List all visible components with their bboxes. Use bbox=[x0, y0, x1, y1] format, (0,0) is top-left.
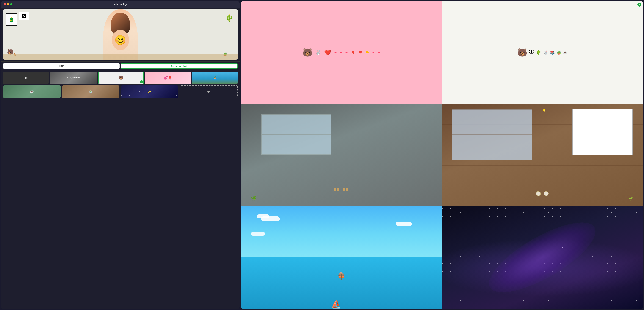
small-heart-5: ❤ bbox=[378, 51, 380, 54]
thumb-pink-icon: 💕🎈 bbox=[164, 76, 172, 80]
tab-filter[interactable]: Filter bbox=[3, 63, 120, 69]
thumb-bear-room[interactable]: 🐻 ✓ bbox=[98, 72, 144, 84]
add-icon: + bbox=[207, 89, 210, 94]
title-bar: Video settings bbox=[1, 1, 240, 7]
checkmark-icon: ✓ bbox=[141, 81, 142, 83]
selected-check: ✓ bbox=[638, 2, 642, 6]
bunny-heart: 🐰 bbox=[316, 50, 321, 55]
video-settings-panel: Video settings 🎄 🖼 🐻 🌵 🪴 🪑 😊 bbox=[1, 1, 240, 309]
thumb-tropical-icon: 🏝️ bbox=[213, 76, 217, 80]
balloon-2: 🎈 bbox=[358, 50, 362, 55]
star-3 bbox=[482, 268, 482, 268]
thumb-none-label: None bbox=[24, 77, 28, 79]
room-mug: ☕ bbox=[563, 51, 567, 54]
thumb-space[interactable]: ✨ bbox=[121, 85, 178, 98]
grid-pink-content: 🐻 🐰 ❤️ ❤ ❤ ❤ 🎈 🎈 🐤 ❤ ❤ bbox=[241, 1, 442, 104]
room-contents: 🐻 🖼 🌵 🐰 📚 🪴 ☕ bbox=[514, 45, 570, 60]
window-pane-2 bbox=[296, 115, 330, 135]
hanging-lamp: 💡 bbox=[542, 109, 546, 113]
chair-3 bbox=[343, 188, 345, 191]
brick-line-3 bbox=[442, 165, 643, 165]
grid-brick-cafe-content: 💡 🌱 bbox=[442, 104, 643, 206]
tab-background-effects[interactable]: Background effects bbox=[121, 63, 238, 69]
grid-item-brick-cafe[interactable]: 💡 🌱 bbox=[442, 104, 643, 206]
grid-item-milkyway[interactable] bbox=[442, 206, 643, 309]
room-cactus: 🌵 bbox=[536, 50, 542, 55]
tabs-container: Filter Background effects bbox=[1, 61, 240, 70]
cloud-2 bbox=[257, 214, 270, 218]
floor bbox=[3, 54, 238, 60]
thumb-bear-icon: 🐻 bbox=[119, 76, 123, 80]
thumb-none[interactable]: None bbox=[3, 72, 49, 84]
brick-window-p2 bbox=[492, 110, 532, 134]
grid-cafe-gray-content: 🌿 bbox=[241, 104, 442, 206]
person-silhouette: 😊 bbox=[103, 9, 138, 60]
person-area: 😊 bbox=[3, 9, 238, 60]
big-heart: ❤️ bbox=[324, 49, 331, 56]
brick-plant: 🌱 bbox=[628, 197, 633, 201]
table-group-1 bbox=[334, 187, 340, 191]
room-bear-main: 🐻 bbox=[518, 48, 527, 57]
video-preview-inner: 🎄 🖼 🐻 🌵 🪴 🪑 😊 bbox=[3, 9, 238, 60]
small-heart-3: ❤ bbox=[345, 51, 348, 54]
bear-heart: 🐻 bbox=[302, 48, 312, 57]
table-top-1 bbox=[334, 187, 340, 187]
thumb-blur-label: Background blur bbox=[67, 77, 80, 79]
thumb-cafe1[interactable]: ☕ bbox=[3, 85, 61, 98]
thumb-tropical[interactable]: 🏝️ bbox=[192, 72, 238, 84]
balloon-1: 🎈 bbox=[351, 50, 355, 55]
grid-item-cafe-gray[interactable]: 🌿 bbox=[241, 104, 442, 206]
small-heart-2: ❤ bbox=[340, 51, 342, 54]
tropical-water bbox=[241, 257, 442, 309]
video-preview: 🎄 🖼 🐻 🌵 🪴 🪑 😊 bbox=[3, 9, 238, 60]
brick-tables bbox=[536, 191, 548, 196]
room-shelf: 📚 bbox=[550, 50, 555, 55]
brick-window-p4 bbox=[492, 135, 532, 159]
thumb-add[interactable]: + bbox=[180, 85, 238, 98]
round-table-1 bbox=[536, 191, 541, 196]
brick-window-p1 bbox=[452, 110, 492, 134]
small-heart-4: ❤ bbox=[372, 51, 374, 54]
brick-window bbox=[452, 109, 532, 160]
maximize-button[interactable] bbox=[10, 3, 12, 5]
background-grid: 🐻 🐰 ❤️ ❤ ❤ ❤ 🎈 🎈 🐤 ❤ ❤ 🐻 🖼 🌵 🐰 📚 bbox=[241, 1, 643, 309]
duck: 🐤 bbox=[366, 51, 369, 54]
traffic-lights bbox=[4, 3, 12, 5]
chair-1 bbox=[334, 188, 336, 191]
thumb-background-blur[interactable]: Background blur bbox=[50, 72, 97, 84]
chair-4 bbox=[346, 188, 348, 191]
thumbnails-row-1: None Background blur 🐻 ✓ 💕🎈 🏝️ bbox=[3, 72, 238, 84]
star-5 bbox=[582, 278, 583, 279]
dock-post bbox=[341, 274, 342, 280]
brick-line-4 bbox=[442, 186, 643, 186]
wall-canvas bbox=[572, 109, 633, 155]
chair-2 bbox=[337, 188, 339, 191]
sailboat: ⛵ bbox=[331, 300, 341, 309]
grid-milkyway-content bbox=[442, 206, 643, 309]
window-pane-1 bbox=[262, 115, 296, 135]
table-group-2 bbox=[342, 187, 349, 191]
star-1 bbox=[502, 227, 502, 227]
thumb-cafe2-icon: 🍵 bbox=[89, 90, 92, 94]
minimize-button[interactable] bbox=[7, 3, 9, 5]
thumb-cafe1-icon: ☕ bbox=[30, 90, 34, 94]
window-title: Video settings bbox=[4, 3, 237, 6]
room-plant: 🪴 bbox=[556, 50, 561, 55]
cafe-plant: 🌿 bbox=[251, 196, 256, 201]
thumb-cafe2[interactable]: 🍵 bbox=[62, 85, 120, 98]
window-pane-3 bbox=[262, 135, 296, 154]
star-6 bbox=[542, 222, 542, 222]
room-frame: 🖼 bbox=[529, 50, 534, 55]
window-pane-4 bbox=[296, 135, 330, 154]
thumbnails-row-2: ☕ 🍵 ✨ + bbox=[3, 85, 238, 98]
grid-item-bear-room[interactable]: 🐻 🖼 🌵 🐰 📚 🪴 ☕ ✓ bbox=[442, 1, 643, 104]
close-button[interactable] bbox=[4, 3, 6, 5]
table-top-2 bbox=[342, 187, 349, 187]
thumb-pink[interactable]: 💕🎈 bbox=[145, 72, 191, 84]
face: 😊 bbox=[112, 30, 129, 50]
chairs-1 bbox=[334, 188, 339, 191]
grid-item-pink[interactable]: 🐻 🐰 ❤️ ❤ ❤ ❤ 🎈 🎈 🐤 ❤ ❤ bbox=[241, 1, 442, 104]
cafe-window-1 bbox=[261, 114, 331, 155]
grid-tropical-content: 🛖 ⛵ bbox=[241, 206, 442, 309]
grid-item-tropical[interactable]: 🛖 ⛵ bbox=[241, 206, 442, 309]
